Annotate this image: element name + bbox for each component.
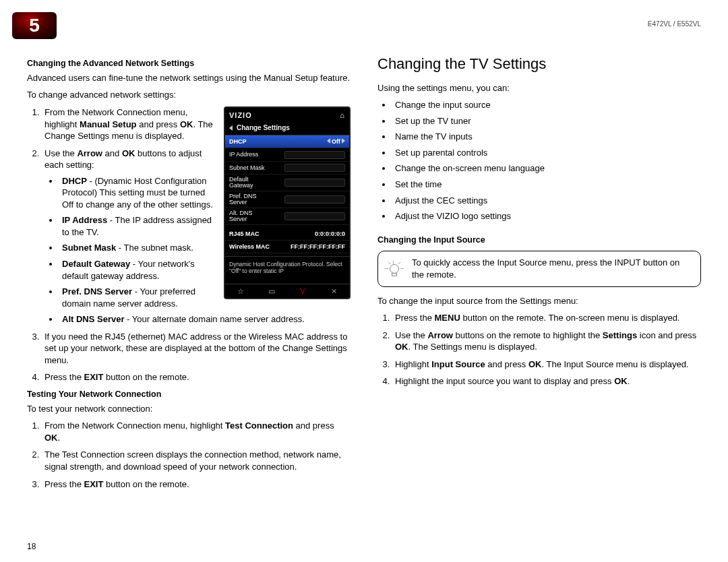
tv-row-wmac: Wireless MAC FF:FF:FF:FF:FF:FF bbox=[225, 241, 349, 253]
testing-step-1: From the Network Connection menu, highli… bbox=[42, 420, 351, 443]
advanced-step-3: If you need the RJ45 (ethernet) MAC addr… bbox=[42, 331, 351, 367]
right-column: Changing the TV Settings Using the setti… bbox=[377, 54, 701, 542]
nav-cross-icon: ⨯ bbox=[328, 287, 339, 295]
lightbulb-icon bbox=[385, 259, 404, 278]
heading-advanced-network: Changing the Advanced Network Settings bbox=[27, 58, 351, 69]
testing-steps: From the Network Connection menu, highli… bbox=[27, 420, 351, 490]
tv-row-pdns: Pref. DNS Server bbox=[225, 191, 349, 208]
heading-input-source: Changing the Input Source bbox=[377, 235, 701, 246]
testing-lead: To test your network connection: bbox=[27, 403, 351, 415]
list-item: Adjust the VIZIO logo settings bbox=[392, 210, 701, 222]
tv-title-row: Change Settings bbox=[225, 122, 349, 136]
tv-brand: VIZIO bbox=[229, 111, 252, 121]
list-item: Change the on-screen menu language bbox=[392, 162, 701, 175]
list-item: Set up the TV tuner bbox=[392, 115, 701, 127]
list-item: Name the TV inputs bbox=[392, 131, 701, 143]
home-icon: ⌂ bbox=[340, 111, 345, 121]
tv-row-gateway: Default Gateway bbox=[225, 175, 349, 191]
tv-row-subnet: Subnet Mask bbox=[225, 162, 349, 175]
tv-title: Change Settings bbox=[237, 123, 290, 133]
input-step-1: Press the MENU button on the remote. The… bbox=[392, 312, 701, 324]
back-icon bbox=[229, 125, 233, 131]
input-step-3: Highlight Input Source and press OK. The… bbox=[392, 358, 701, 371]
tv-settings-bullets: Change the input source Set up the TV tu… bbox=[377, 99, 701, 222]
input-step-2: Use the Arrow buttons on the remote to h… bbox=[392, 330, 701, 353]
chapter-badge: 5 bbox=[12, 12, 57, 39]
heading-tv-settings: Changing the TV Settings bbox=[377, 54, 701, 74]
left-column: Changing the Advanced Network Settings A… bbox=[27, 54, 351, 542]
list-item: Change the input source bbox=[392, 99, 701, 111]
tv-help-text: Dynamic Host Configuration Protocol. Sel… bbox=[225, 256, 349, 284]
tv-value-dhcp: Off bbox=[327, 137, 345, 146]
heading-testing: Testing Your Network Connection bbox=[27, 389, 351, 400]
tip-box: To quickly access the Input Source menu,… bbox=[377, 251, 701, 286]
tv-row-dhcp: DHCP Off bbox=[225, 135, 349, 148]
advanced-intro: Advanced users can fine-tune the network… bbox=[27, 72, 351, 84]
tv-row-adns: Alt. DNS Server bbox=[225, 208, 349, 225]
nav-v-icon: V bbox=[297, 287, 308, 295]
tv-row-ip: IP Address bbox=[225, 148, 349, 161]
testing-step-2: The Test Connection screen displays the … bbox=[42, 449, 351, 472]
page-content: Changing the Advanced Network Settings A… bbox=[27, 54, 701, 542]
page-number: 18 bbox=[27, 542, 36, 551]
tv-bottom-nav: ☆ ▭ V ⨯ bbox=[225, 284, 349, 298]
tv-label-dhcp: DHCP bbox=[229, 137, 247, 146]
testing-step-3: Press the EXIT button on the remote. bbox=[42, 478, 351, 491]
model-label: E472VL / E552VL bbox=[648, 20, 701, 28]
tv-row-rj45: RJ45 MAC 0:0:0:0:0:0 bbox=[225, 228, 349, 241]
tv-settings-intro: Using the settings menu, you can: bbox=[377, 82, 701, 94]
nav-rect-icon: ▭ bbox=[266, 287, 277, 295]
tip-text: To quickly access the Input Source menu,… bbox=[412, 257, 694, 280]
input-steps: Press the MENU button on the remote. The… bbox=[377, 312, 701, 387]
tv-header: VIZIO ⌂ bbox=[225, 108, 349, 122]
list-item: Adjust the CEC settings bbox=[392, 195, 701, 207]
chapter-number: 5 bbox=[29, 15, 40, 36]
advanced-lead: To change advanced network settings: bbox=[27, 89, 351, 101]
input-step-4: Highlight the input source you want to d… bbox=[392, 375, 701, 387]
list-item: Set the time bbox=[392, 179, 701, 191]
tv-screenshot: VIZIO ⌂ Change Settings DHCP Off IP Addr… bbox=[224, 106, 351, 299]
input-lead: To change the input source from the Sett… bbox=[377, 295, 701, 307]
list-item: Set up parental controls bbox=[392, 147, 701, 159]
bullet-adns: Alt DNS Server - Your alternate domain n… bbox=[59, 313, 351, 325]
nav-star-icon: ☆ bbox=[235, 287, 246, 295]
advanced-step-4: Press the EXIT button on the remote. bbox=[42, 371, 351, 383]
